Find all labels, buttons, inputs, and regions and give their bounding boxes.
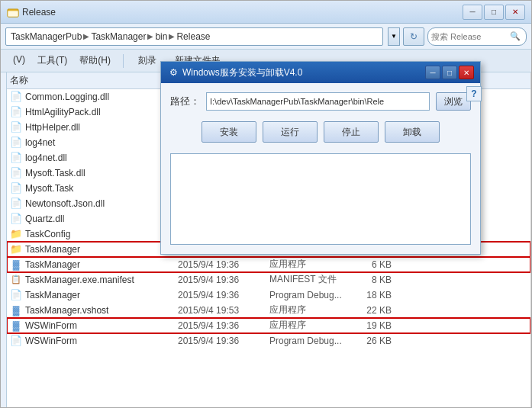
taskmanager-pdb-row[interactable]: 📄 TaskManager 2015/9/4 19:36 Program Deb… <box>7 288 530 303</box>
sep2: ▶ <box>147 32 153 40</box>
search-input[interactable] <box>431 32 508 41</box>
maximize-button[interactable]: □ <box>484 5 504 20</box>
stop-button[interactable]: 停止 <box>324 121 379 143</box>
left-panel <box>1 72 7 407</box>
menu-help[interactable]: 帮助(H) <box>73 52 117 69</box>
wswinform-exe-row[interactable]: ▓ WSWinForm 2015/9/4 19:36 应用程序 19 KB <box>7 318 530 333</box>
dll-icon: 📄 <box>10 121 22 133</box>
dialog-action-buttons: 安装 运行 停止 卸载 <box>170 118 471 143</box>
close-button[interactable]: ✕ <box>505 5 525 20</box>
refresh-button[interactable]: ↻ <box>403 27 424 46</box>
dll-icon: 📄 <box>10 213 22 225</box>
pdb-icon: 📄 <box>10 289 22 301</box>
file-icon: 📄 <box>10 137 22 149</box>
address-path-box[interactable]: TaskManagerPub ▶ TaskManager ▶ bin ▶ Rel… <box>5 27 383 46</box>
dialog-title-bar: ⚙ Windows服务安装与卸载V4.0 ─ □ ✕ <box>161 62 480 83</box>
breadcrumb-item-4[interactable]: Release <box>176 31 210 42</box>
dll-icon: 📄 <box>10 167 22 179</box>
help-button[interactable]: ? <box>466 86 482 101</box>
search-icon[interactable]: 🔍 <box>510 31 521 41</box>
col-name: 名称 <box>10 74 163 87</box>
path-label: 路径： <box>170 95 200 108</box>
svg-rect-1 <box>8 11 18 17</box>
folder-icon: 📁 <box>10 228 22 240</box>
address-bar: TaskManagerPub ▶ TaskManager ▶ bin ▶ Rel… <box>1 24 531 50</box>
exe-icon: 📄 <box>10 182 22 194</box>
dialog-title-text: Windows服务安装与卸载V4.0 <box>182 66 422 79</box>
wswinform-pdb-row[interactable]: 📄 WSWinForm 2015/9/4 19:36 Program Debug… <box>7 333 530 349</box>
search-box: 🔍 <box>427 27 527 46</box>
dll-icon: 📄 <box>10 198 22 210</box>
folder-icon: 📁 <box>10 243 22 255</box>
dll-icon: 📄 <box>10 106 22 118</box>
taskmanager-exe-row[interactable]: ▓ TaskManager 2015/9/4 19:36 应用程序 6 KB <box>7 257 530 272</box>
dialog-path-row: 路径： I:\dev\TaskManagerPub\TaskManager\bi… <box>170 92 471 111</box>
taskmanager-vshost-row[interactable]: ▓ TaskManager.vshost 2015/9/4 19:53 应用程序… <box>7 303 530 318</box>
breadcrumb-item-2[interactable]: TaskManager <box>91 31 146 42</box>
service-dialog[interactable]: ⚙ Windows服务安装与卸载V4.0 ─ □ ✕ 路径： I:\dev\Ta… <box>160 61 481 255</box>
manifest-icon: 📋 <box>10 274 22 286</box>
dll-icon: 📄 <box>10 91 22 103</box>
dialog-title-icon: ⚙ <box>167 66 179 79</box>
dialog-minimize-button[interactable]: ─ <box>425 66 440 79</box>
install-button[interactable]: 安装 <box>202 121 256 143</box>
explorer-icon <box>7 6 19 18</box>
title-bar-left: Release <box>7 6 463 18</box>
menu-tools[interactable]: 工具(T) <box>31 52 73 69</box>
dialog-content: 路径： I:\dev\TaskManagerPub\TaskManager\bi… <box>161 83 480 254</box>
dll-icon: 📄 <box>10 152 22 164</box>
minimize-button[interactable]: ─ <box>463 5 482 20</box>
dialog-close-button[interactable]: ✕ <box>459 66 474 79</box>
title-bar: Release ─ □ ✕ <box>1 1 531 24</box>
title-controls: ─ □ ✕ <box>463 5 525 20</box>
path-value: I:\dev\TaskManagerPub\TaskManager\bin\Re… <box>210 97 384 106</box>
breadcrumb: TaskManagerPub ▶ TaskManager ▶ bin ▶ Rel… <box>11 31 210 42</box>
sep3: ▶ <box>169 32 175 40</box>
dialog-maximize-button[interactable]: □ <box>442 66 457 79</box>
breadcrumb-item-3[interactable]: bin <box>155 31 167 42</box>
menu-bar: (V) 工具(T) 帮助(H) <box>7 52 117 69</box>
run-button[interactable]: 运行 <box>263 121 318 143</box>
uninstall-button[interactable]: 卸载 <box>385 121 440 143</box>
vshost-icon: ▓ <box>10 304 22 316</box>
breadcrumb-item-1[interactable]: TaskManagerPub <box>11 31 82 42</box>
menu-view[interactable]: (V) <box>7 52 31 69</box>
dialog-title-buttons: ─ □ ✕ <box>425 66 474 79</box>
path-input[interactable]: I:\dev\TaskManagerPub\TaskManager\bin\Re… <box>206 92 430 111</box>
exe-icon: ▓ <box>10 259 22 271</box>
taskmanager-manifest-row[interactable]: 📋 TaskManager.exe.manifest 2015/9/4 19:3… <box>7 272 530 288</box>
toolbar-separator <box>123 54 124 68</box>
sep1: ▶ <box>83 32 89 40</box>
exe-icon: ▓ <box>10 320 22 332</box>
address-dropdown[interactable]: ▼ <box>388 27 400 46</box>
pdb-icon: 📄 <box>10 335 22 347</box>
title-text: Release <box>22 7 56 18</box>
dialog-text-area <box>170 153 471 245</box>
